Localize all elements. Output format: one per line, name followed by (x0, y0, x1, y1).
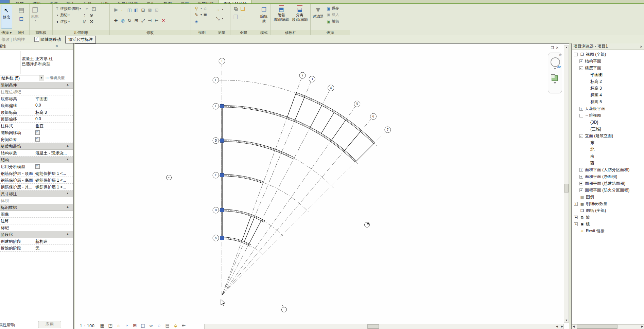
unpin-icon[interactable]: ⊡ (153, 7, 160, 13)
tree-item[interactable]: ▥图例 (572, 194, 644, 200)
panel-label-clipboard[interactable]: 剪贴板 (30, 30, 52, 35)
activate-dimensions-button[interactable]: 激活尺寸标注 (65, 36, 96, 43)
ribbon-tab-active[interactable]: 修改 | 结构柱 (218, 0, 251, 4)
properties-help-link[interactable]: 属性帮助 (0, 322, 15, 328)
visual-style-icon[interactable]: ◳ (106, 323, 115, 329)
view-scale[interactable]: 1 : 100 (80, 324, 95, 328)
type-selector-dropdown[interactable]: 结构柱 (5) ▼ (0, 75, 44, 81)
create-group-icon[interactable]: ⧉ (232, 5, 239, 12)
save-selection-button[interactable]: ▣保存 (326, 5, 339, 12)
tree-item[interactable]: 北 (572, 146, 644, 153)
panel-label-modify[interactable]: 修改 (110, 30, 191, 35)
wheel-options-chevron-icon[interactable] (554, 68, 556, 70)
analytical-icon[interactable]: ▤ (163, 323, 172, 329)
sun-path-icon[interactable]: ☼ (115, 323, 123, 329)
property-row[interactable]: 钢筋保护层 - 顶面钢筋保护层 1 <... (0, 170, 73, 177)
expand-icon[interactable]: + (579, 59, 583, 63)
collapse-icon[interactable]: - (579, 114, 583, 117)
tree-item[interactable]: +面积平面 (人防分区面积) (572, 166, 644, 173)
measure-icon[interactable]: ↔ (214, 6, 221, 13)
panel-label-selection[interactable]: 选择 (311, 30, 350, 35)
property-section-row[interactable]: 阶段化▲ (0, 231, 73, 238)
modify-button[interactable]: ↖ 修改 (1, 5, 12, 29)
property-value[interactable] (34, 218, 73, 224)
join-cut-button[interactable]: ⌶ 连接端切割▾ ⌐ ◳ (54, 5, 109, 12)
property-row[interactable]: 底部标高平面图 (0, 95, 73, 102)
expand-icon[interactable]: + (579, 175, 583, 179)
property-value[interactable]: 钢筋保护层 1 <... (34, 177, 73, 183)
array-icon[interactable]: ⊞ (133, 17, 140, 24)
tree-item[interactable]: -❐视图 (全部) (572, 51, 644, 58)
panel-label-measure[interactable]: 测量 (213, 30, 230, 35)
tree-item[interactable]: +天花板平面 (572, 105, 644, 112)
horizontal-scroll-thumb[interactable] (367, 324, 379, 329)
browser-scroll-right-icon[interactable]: ▶ (641, 325, 643, 328)
property-row[interactable]: 钢筋保护层 - 底面钢筋保护层 1 <... (0, 177, 73, 184)
project-browser-close-icon[interactable]: ✕ (640, 44, 643, 50)
split-face-icon[interactable]: ⌐ (84, 5, 90, 12)
split-icon[interactable]: ⊟ (140, 7, 146, 13)
properties-title-bar[interactable]: 属性 ✕ (0, 43, 73, 50)
trim-icon[interactable]: ⊣ (146, 17, 153, 24)
selected-column-handle[interactable] (220, 139, 224, 143)
property-row[interactable]: 创建的阶段新构造 (0, 238, 73, 245)
scroll-left-icon[interactable]: ◀ (556, 325, 558, 328)
ribbon-tab[interactable]: 插入 (62, 0, 79, 4)
unjoin-icon[interactable]: ⊗ (88, 12, 95, 18)
crop-view-icon[interactable]: ⊞ (131, 323, 139, 329)
property-value[interactable] (34, 129, 73, 136)
property-value[interactable]: 标高 3 (34, 109, 73, 115)
expand-icon[interactable]: + (579, 168, 583, 172)
property-row[interactable]: 柱样式垂直 (0, 123, 73, 129)
selected-column-handle[interactable] (220, 236, 224, 240)
panel-label-modify-column[interactable]: 修改柱 (271, 30, 310, 35)
ribbon-tab[interactable]: 分析 (96, 0, 113, 4)
cope-icon[interactable]: ⌐ (119, 7, 126, 13)
property-value[interactable]: 0.0 (34, 116, 73, 122)
panel-label-geometry[interactable]: 几何图形 (53, 30, 109, 35)
dim-icon[interactable]: ⇤ (180, 323, 188, 329)
close-view-icon[interactable]: ✕ (556, 46, 561, 50)
reveal-hidden-icon[interactable]: ◌ (155, 323, 163, 329)
tree-item[interactable]: +⧉族 (572, 214, 644, 221)
property-row[interactable]: 体积 (0, 197, 73, 204)
temporary-hide-icon[interactable]: ∞ (147, 323, 155, 329)
tree-item[interactable]: 南 (572, 153, 644, 160)
property-value[interactable] (34, 211, 73, 217)
project-browser-title-bar[interactable]: 项目浏览器 - 项目1 ✕ (572, 43, 644, 50)
properties-palette-icon[interactable]: ▤ (16, 5, 27, 15)
properties-close-icon[interactable]: ✕ (54, 44, 59, 49)
zoom-tool-icon[interactable] (552, 75, 558, 81)
property-value[interactable]: 平面图 (34, 95, 73, 102)
move-icon[interactable]: ✚ (112, 17, 119, 24)
ribbon-tab[interactable]: 注释 (79, 0, 96, 4)
create-similar-icon[interactable]: ❏ (239, 5, 246, 12)
mirror-axis-icon[interactable]: ◫ (126, 7, 133, 13)
tree-item[interactable]: +面积平面 (净面积) (572, 173, 644, 180)
property-row[interactable]: 注释 (0, 218, 73, 224)
property-value[interactable]: 新构造 (34, 238, 73, 244)
panel-label-properties[interactable]: 属性 (13, 30, 29, 35)
browser-scroll-left-icon[interactable]: ◀ (573, 325, 575, 328)
property-row[interactable]: 房间边界 (0, 136, 73, 143)
section-collapse-icon[interactable]: ▲ (65, 157, 71, 163)
section-collapse-icon[interactable]: ▲ (65, 190, 71, 197)
property-value[interactable]: 垂直 (34, 123, 73, 129)
property-row[interactable]: 顶部偏移0.0 (0, 116, 73, 123)
panel-label-create[interactable]: 创建 (230, 30, 257, 35)
browser-scroll-thumb[interactable] (577, 325, 617, 329)
ribbon-tab[interactable]: 建筑 (11, 0, 28, 4)
detach-top-base-button[interactable]: ⬓ 分离顶部/底部 (291, 4, 309, 28)
minimize-view-icon[interactable]: — (545, 46, 551, 50)
detail-level-icon[interactable]: ▦ (98, 323, 106, 329)
extend-icon[interactable]: ⊢ (153, 17, 160, 24)
attach-top-base-button[interactable]: ⬒ 附着顶部/底部 (272, 4, 291, 28)
scroll-down-icon[interactable]: ▼ (565, 319, 568, 322)
property-row[interactable]: 顶部标高标高 3 (0, 109, 73, 116)
load-selection-button[interactable]: ▣载入 (326, 12, 339, 18)
property-row[interactable]: 拆除的阶段无 (0, 245, 73, 252)
expand-icon[interactable]: + (579, 188, 583, 192)
selected-column-handle[interactable] (220, 173, 224, 177)
crop-region-icon[interactable]: ⬚ (139, 323, 147, 329)
displace-icon[interactable]: ⌂ (202, 5, 209, 12)
